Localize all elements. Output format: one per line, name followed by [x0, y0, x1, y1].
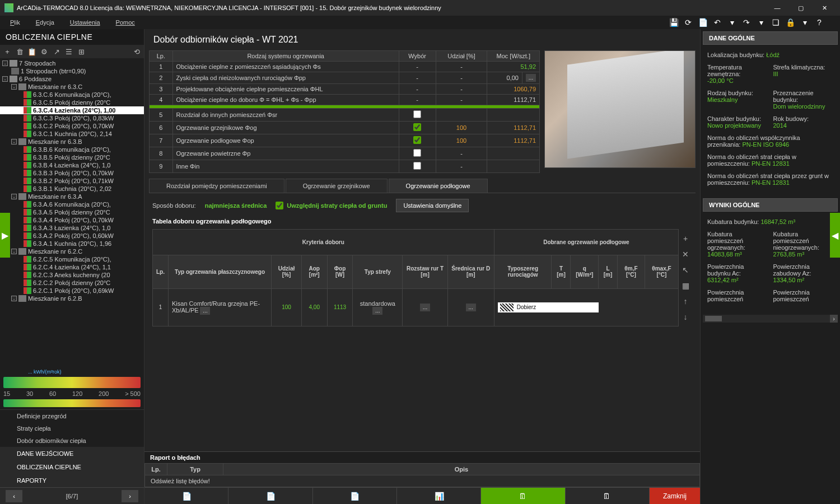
save-icon[interactable]: 💾: [669, 17, 679, 27]
close-window-button[interactable]: ✕: [813, 1, 836, 15]
move-up-icon[interactable]: ↑: [680, 296, 690, 306]
grunt-checkbox-label[interactable]: Uwzględnij straty ciepła od gruntu: [276, 202, 387, 209]
tree-node[interactable]: 6.2.C.2 Pokój dzienny (20°C: [0, 279, 144, 287]
expand-icon[interactable]: ⊞: [76, 46, 86, 57]
undo-icon[interactable]: ↶: [712, 17, 722, 27]
tree-node[interactable]: 6.3.C.2 Pokój (20°C), 0,70kW: [0, 122, 144, 130]
tree-node[interactable]: 6.3.A.3 Łazienka (24°C), 1,0: [0, 224, 144, 232]
left-edge-handle[interactable]: ▶: [0, 213, 10, 258]
arrow-icon[interactable]: ↗: [52, 46, 62, 57]
tab-grzejnikowe[interactable]: Ogrzewanie grzejnikowe: [286, 179, 388, 193]
section-header[interactable]: DANE WEJŚCIOWE: [0, 447, 144, 460]
navigation-tree[interactable]: -7 Stropodach1 Stropodach (btr=0,90)-6 P…: [0, 58, 144, 369]
section-item[interactable]: Definicje przegród: [0, 410, 144, 422]
tree-node[interactable]: 6.2.C.5 Komunikacja (20°C),: [0, 255, 144, 263]
tree-node[interactable]: 6.3.A.4 Pokój (20°C), 0,70kW: [0, 216, 144, 224]
sposob-value[interactable]: najmniejsza średnica: [205, 202, 267, 209]
spacing-picker-button[interactable]: …: [420, 304, 430, 311]
menu-plik[interactable]: Plik: [4, 18, 26, 27]
document-icon[interactable]: 📄: [698, 17, 708, 27]
type-picker-button[interactable]: …: [200, 307, 210, 315]
tree-node[interactable]: -Mieszkanie nr 6.2.C: [0, 248, 144, 255]
edit-button[interactable]: …: [526, 74, 536, 82]
tree-node[interactable]: 6.3.B.1 Kuchnia (20°C), 2,02: [0, 185, 144, 193]
tree-node[interactable]: 6.3.C.1 Kuchnia (20°C), 2,14: [0, 130, 144, 138]
criteria-row[interactable]: 1 Kisan Comfort/Rura grzejna PE-Xb/AL/PE…: [153, 288, 679, 326]
tree-node[interactable]: 1 Stropodach (btr=0,90): [0, 67, 144, 75]
tree-node[interactable]: 6.3.A.2 Pokój (20°C), 0,60kW: [0, 232, 144, 240]
grunt-checkbox[interactable]: [276, 202, 283, 209]
tree-node[interactable]: 6.3.B.3 Pokój (20°C), 0,70kW: [0, 169, 144, 177]
tab-podlogowe[interactable]: Ogrzewanie podłogowe: [389, 179, 488, 193]
scroll-thumb[interactable]: [705, 316, 722, 321]
maximize-button[interactable]: ▢: [790, 1, 812, 15]
default-settings-button[interactable]: Ustawienia domyślne: [396, 199, 469, 212]
menu-edycja[interactable]: Edycja: [30, 18, 60, 27]
tree-node[interactable]: 6.2.C.1 Pokój (20°C), 0,69kW: [0, 287, 144, 295]
refresh-icon[interactable]: ⟳: [683, 17, 693, 27]
bottom-seg-2[interactable]: 📄: [228, 488, 312, 504]
tab-rozdzial[interactable]: Rozdział pomiędzy pomieszczeniami: [149, 179, 284, 193]
tree-node[interactable]: 6.3.C.3 Pokój (20°C), 0,83kW: [0, 114, 144, 122]
tree-node[interactable]: 6.2.C.4 Łazienka (24°C), 1,1: [0, 263, 144, 271]
pipe-series-field[interactable]: [517, 304, 596, 310]
zone-picker-button[interactable]: …: [372, 307, 382, 315]
tree-node[interactable]: 6.3.A.5 Pokój dzienny (20°C: [0, 208, 144, 216]
bottom-seg-4[interactable]: 📊: [397, 488, 481, 504]
delete-icon[interactable]: 🗑: [15, 46, 25, 57]
tree-node[interactable]: 6.3.B.4 Łazienka (24°C), 1,0: [0, 161, 144, 169]
section-header[interactable]: RAPORTY: [0, 474, 144, 487]
tree-node[interactable]: 6.3.C.6 Komunikacja (20°C),: [0, 91, 144, 99]
add-row-icon[interactable]: +: [680, 234, 690, 244]
right-panel-scrollbar[interactable]: ›: [703, 315, 838, 323]
lock-dropdown-icon[interactable]: ▾: [800, 17, 810, 27]
pager-next[interactable]: ›: [122, 490, 138, 502]
tree-node[interactable]: 6.3.C.5 Pokój dzienny (20°C: [0, 99, 144, 106]
tree-node[interactable]: 6.3.A.6 Komunikacja (20°C),: [0, 200, 144, 208]
bottom-seg-3[interactable]: 📄: [313, 488, 397, 504]
tree-node[interactable]: -Mieszkanie nr 6.3.C: [0, 83, 144, 91]
diameter-picker-button[interactable]: …: [466, 304, 476, 311]
list-icon[interactable]: ☰: [64, 46, 74, 57]
help-icon[interactable]: ?: [814, 17, 824, 27]
scroll-right-arrow[interactable]: ›: [830, 315, 838, 323]
tree-node[interactable]: 6.2.C.3 Aneks kuchenny (20: [0, 271, 144, 279]
pager-prev[interactable]: ‹: [6, 490, 22, 502]
redo-icon[interactable]: ↷: [741, 17, 752, 27]
layers-icon[interactable]: ❏: [771, 17, 781, 27]
tool-icon[interactable]: ⚙: [39, 46, 49, 57]
bottom-seg-6[interactable]: 🗓: [566, 488, 650, 504]
section-item[interactable]: Dobór odbiorników ciepła: [0, 435, 144, 447]
tree-node[interactable]: 6.3.B.2 Pokój (20°C), 0,71kW: [0, 177, 144, 185]
grid-icon[interactable]: ▦: [680, 281, 690, 291]
section-item[interactable]: Straty ciepła: [0, 422, 144, 435]
tree-node[interactable]: 6.3.C.4 Łazienka (24°C), 1,00: [0, 106, 144, 114]
undo-dropdown-icon[interactable]: ▾: [727, 17, 737, 27]
pipe-series-input[interactable]: [498, 302, 599, 312]
remove-row-icon[interactable]: ✕: [680, 249, 690, 259]
bottom-seg-1[interactable]: 📄: [144, 488, 228, 504]
tree-node[interactable]: 6.3.B.5 Pokój dzienny (20°C: [0, 153, 144, 161]
tree-node[interactable]: 6.3.B.6 Komunikacja (20°C),: [0, 146, 144, 153]
add-icon[interactable]: +: [2, 46, 12, 57]
tree-node[interactable]: -Mieszkanie nr 6.2.B: [0, 295, 144, 302]
menu-pomoc[interactable]: Pomoc: [110, 18, 141, 27]
tree-node[interactable]: -6 Poddasze: [0, 75, 144, 83]
tree-node[interactable]: -7 Stropodach: [0, 59, 144, 67]
zamknij-button[interactable]: Zamknij: [650, 488, 700, 504]
redo-dropdown-icon[interactable]: ▾: [756, 17, 766, 27]
select-icon[interactable]: ↖: [680, 265, 690, 275]
move-down-icon[interactable]: ↓: [680, 312, 690, 322]
col-moc: Moc [W/szt.]: [487, 51, 540, 62]
tree-node[interactable]: 6.3.A.1 Kuchnia (20°C), 1,96: [0, 240, 144, 248]
minimize-button[interactable]: —: [766, 1, 788, 15]
tree-node[interactable]: -Mieszkanie nr 6.3.B: [0, 138, 144, 146]
sync-icon[interactable]: ⟲: [132, 46, 142, 57]
bottom-seg-5-active[interactable]: 🗓: [481, 488, 565, 504]
tree-node[interactable]: -Mieszkanie nr 6.3.A: [0, 193, 144, 200]
right-edge-handle[interactable]: ◀: [830, 213, 840, 258]
lock-icon[interactable]: 🔒: [785, 17, 795, 27]
menu-ustawienia[interactable]: Ustawienia: [64, 18, 106, 27]
section-header[interactable]: OBLICZENIA CIEPLNE: [0, 460, 144, 474]
copy-icon[interactable]: 📋: [27, 46, 37, 57]
